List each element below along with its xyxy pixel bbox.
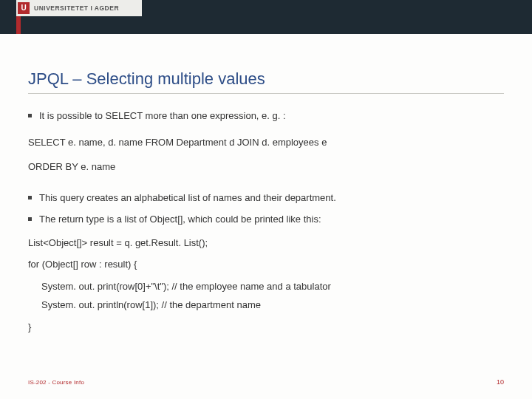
- page-number: 10: [497, 378, 504, 386]
- logo-red-accent: [16, 16, 21, 34]
- bullet-icon: [28, 196, 32, 200]
- slide-content: JPQL – Selecting multiple values It is p…: [0, 34, 532, 334]
- bullet-icon: [28, 217, 32, 221]
- code-line: ORDER BY e. name: [28, 160, 504, 174]
- slide-footer: IS-202 - Course Info 10: [28, 378, 504, 386]
- bullet-item: The return type is a list of Object[], w…: [28, 212, 504, 227]
- logo-mark: U: [18, 2, 30, 14]
- bullet-item: This query creates an alphabetical list …: [28, 191, 504, 205]
- bullet-icon: [28, 114, 32, 117]
- logo-text: UNIVERSITETET I AGDER: [34, 4, 119, 12]
- footer-course-info: IS-202 - Course Info: [28, 379, 84, 386]
- code-line: System. out. print(row[0]+"\t"); // the …: [28, 279, 504, 294]
- code-line: }: [28, 320, 504, 335]
- code-line: for (Object[] row : result) {: [28, 257, 504, 272]
- code-line: SELECT e. name, d. name FROM Department …: [28, 135, 504, 150]
- header-bar: U UNIVERSITETET I AGDER: [0, 0, 532, 34]
- university-logo: U UNIVERSITETET I AGDER: [16, 0, 142, 16]
- code-line: List<Object[]> result = q. get.Result. L…: [28, 236, 504, 250]
- bullet-text: The return type is a list of Object[], w…: [39, 212, 321, 227]
- logo-letter: U: [21, 4, 26, 12]
- bullet-item: It is possible to SELECT more than one e…: [28, 109, 504, 123]
- slide-body: It is possible to SELECT more than one e…: [28, 109, 504, 334]
- slide: U UNIVERSITETET I AGDER JPQL – Selecting…: [0, 0, 532, 399]
- bullet-text: This query creates an alphabetical list …: [39, 191, 336, 205]
- bullet-text: It is possible to SELECT more than one e…: [39, 109, 286, 123]
- code-line: System. out. println(row[1]); // the dep…: [28, 298, 504, 313]
- slide-title: JPQL – Selecting multiple values: [28, 69, 504, 89]
- title-underline: [28, 93, 504, 94]
